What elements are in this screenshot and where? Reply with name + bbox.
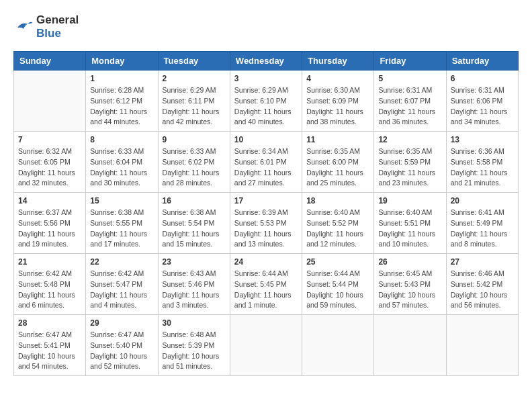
- day-number: 9: [163, 135, 226, 144]
- calendar-cell: 8 Sunrise: 6:33 AMSunset: 6:04 PMDayligh…: [86, 132, 158, 193]
- calendar-cell: 19 Sunrise: 6:40 AMSunset: 5:51 PMDaylig…: [374, 193, 446, 254]
- calendar-cell: 13 Sunrise: 6:36 AMSunset: 5:58 PMDaylig…: [446, 132, 518, 193]
- day-info: Sunrise: 6:47 AMSunset: 5:41 PMDaylight:…: [18, 330, 81, 372]
- day-info: Sunrise: 6:35 AMSunset: 5:59 PMDaylight:…: [378, 146, 441, 189]
- day-number: 28: [18, 318, 81, 328]
- calendar-cell: 29 Sunrise: 6:47 AMSunset: 5:40 PMDaylig…: [86, 315, 158, 376]
- day-header: Thursday: [302, 52, 374, 71]
- day-info: Sunrise: 6:30 AMSunset: 6:09 PMDaylight:…: [306, 85, 369, 128]
- calendar-cell: 24 Sunrise: 6:44 AMSunset: 5:45 PMDaylig…: [230, 254, 302, 315]
- day-number: 30: [163, 318, 226, 328]
- day-info: Sunrise: 6:41 AMSunset: 5:49 PMDaylight:…: [451, 208, 514, 250]
- day-number: 14: [18, 196, 81, 205]
- day-number: 20: [451, 196, 514, 205]
- page-header: General Blue: [13, 13, 519, 40]
- day-info: Sunrise: 6:40 AMSunset: 5:52 PMDaylight:…: [306, 208, 369, 250]
- day-info: Sunrise: 6:43 AMSunset: 5:46 PMDaylight:…: [163, 269, 226, 311]
- day-header: Wednesday: [230, 52, 302, 71]
- calendar-cell: 23 Sunrise: 6:43 AMSunset: 5:46 PMDaylig…: [158, 254, 230, 315]
- calendar-cell: 27 Sunrise: 6:46 AMSunset: 5:42 PMDaylig…: [446, 254, 518, 315]
- day-info: Sunrise: 6:42 AMSunset: 5:47 PMDaylight:…: [90, 269, 153, 311]
- calendar-cell: 1 Sunrise: 6:28 AMSunset: 6:12 PMDayligh…: [86, 71, 158, 132]
- day-info: Sunrise: 6:48 AMSunset: 5:39 PMDaylight:…: [163, 330, 226, 372]
- day-info: Sunrise: 6:38 AMSunset: 5:54 PMDaylight:…: [163, 208, 226, 250]
- day-number: 26: [378, 257, 441, 267]
- day-number: 23: [163, 257, 226, 267]
- calendar-cell: 2 Sunrise: 6:29 AMSunset: 6:11 PMDayligh…: [158, 71, 230, 132]
- day-info: Sunrise: 6:46 AMSunset: 5:42 PMDaylight:…: [451, 269, 514, 311]
- day-number: 7: [18, 135, 81, 144]
- day-header: Sunday: [14, 52, 86, 71]
- calendar-cell: 7 Sunrise: 6:32 AMSunset: 6:05 PMDayligh…: [14, 132, 86, 193]
- calendar-cell: 9 Sunrise: 6:33 AMSunset: 6:02 PMDayligh…: [158, 132, 230, 193]
- day-info: Sunrise: 6:44 AMSunset: 5:44 PMDaylight:…: [306, 269, 369, 311]
- day-info: Sunrise: 6:29 AMSunset: 6:11 PMDaylight:…: [163, 85, 226, 128]
- calendar-cell: 14 Sunrise: 6:37 AMSunset: 5:56 PMDaylig…: [14, 193, 86, 254]
- day-info: Sunrise: 6:44 AMSunset: 5:45 PMDaylight:…: [234, 269, 298, 311]
- day-header: Saturday: [446, 52, 518, 71]
- day-info: Sunrise: 6:45 AMSunset: 5:43 PMDaylight:…: [378, 269, 441, 311]
- day-info: Sunrise: 6:29 AMSunset: 6:10 PMDaylight:…: [234, 85, 298, 128]
- calendar-cell: [14, 71, 86, 132]
- calendar-cell: 16 Sunrise: 6:38 AMSunset: 5:54 PMDaylig…: [158, 193, 230, 254]
- calendar-cell: 18 Sunrise: 6:40 AMSunset: 5:52 PMDaylig…: [302, 193, 374, 254]
- day-number: 10: [234, 135, 298, 144]
- calendar-cell: 26 Sunrise: 6:45 AMSunset: 5:43 PMDaylig…: [374, 254, 446, 315]
- calendar-cell: 28 Sunrise: 6:47 AMSunset: 5:41 PMDaylig…: [14, 315, 86, 376]
- day-info: Sunrise: 6:37 AMSunset: 5:56 PMDaylight:…: [18, 208, 81, 250]
- calendar-table: SundayMondayTuesdayWednesdayThursdayFrid…: [13, 51, 519, 376]
- day-header: Tuesday: [158, 52, 230, 71]
- day-info: Sunrise: 6:28 AMSunset: 6:12 PMDaylight:…: [90, 85, 153, 128]
- calendar-cell: 5 Sunrise: 6:31 AMSunset: 6:07 PMDayligh…: [374, 71, 446, 132]
- day-number: 18: [306, 196, 369, 205]
- logo-icon: [13, 17, 34, 37]
- day-info: Sunrise: 6:36 AMSunset: 5:58 PMDaylight:…: [451, 146, 514, 189]
- day-info: Sunrise: 6:34 AMSunset: 6:01 PMDaylight:…: [234, 146, 298, 189]
- day-number: 12: [378, 135, 441, 144]
- day-number: 17: [234, 196, 298, 205]
- day-info: Sunrise: 6:38 AMSunset: 5:55 PMDaylight:…: [90, 208, 153, 250]
- day-info: Sunrise: 6:33 AMSunset: 6:02 PMDaylight:…: [163, 146, 226, 189]
- calendar-cell: 15 Sunrise: 6:38 AMSunset: 5:55 PMDaylig…: [86, 193, 158, 254]
- day-info: Sunrise: 6:35 AMSunset: 6:00 PMDaylight:…: [306, 146, 369, 189]
- calendar-cell: 17 Sunrise: 6:39 AMSunset: 5:53 PMDaylig…: [230, 193, 302, 254]
- day-number: 24: [234, 257, 298, 267]
- day-number: 5: [378, 74, 441, 83]
- calendar-cell: 4 Sunrise: 6:30 AMSunset: 6:09 PMDayligh…: [302, 71, 374, 132]
- day-number: 13: [451, 135, 514, 144]
- calendar-cell: 11 Sunrise: 6:35 AMSunset: 6:00 PMDaylig…: [302, 132, 374, 193]
- calendar-cell: 20 Sunrise: 6:41 AMSunset: 5:49 PMDaylig…: [446, 193, 518, 254]
- day-info: Sunrise: 6:39 AMSunset: 5:53 PMDaylight:…: [234, 208, 298, 250]
- day-number: 22: [90, 257, 153, 267]
- day-number: 29: [90, 318, 153, 328]
- day-number: 3: [234, 74, 298, 83]
- day-number: 6: [451, 74, 514, 83]
- day-number: 21: [18, 257, 81, 267]
- day-info: Sunrise: 6:42 AMSunset: 5:48 PMDaylight:…: [18, 269, 81, 311]
- day-number: 15: [90, 196, 153, 205]
- day-number: 1: [90, 74, 153, 83]
- day-number: 11: [306, 135, 369, 144]
- day-info: Sunrise: 6:32 AMSunset: 6:05 PMDaylight:…: [18, 146, 81, 189]
- day-header: Friday: [374, 52, 446, 71]
- day-number: 8: [90, 135, 153, 144]
- day-info: Sunrise: 6:33 AMSunset: 6:04 PMDaylight:…: [90, 146, 153, 189]
- day-number: 25: [306, 257, 369, 267]
- calendar-cell: 12 Sunrise: 6:35 AMSunset: 5:59 PMDaylig…: [374, 132, 446, 193]
- day-info: Sunrise: 6:47 AMSunset: 5:40 PMDaylight:…: [90, 330, 153, 372]
- calendar-cell: 10 Sunrise: 6:34 AMSunset: 6:01 PMDaylig…: [230, 132, 302, 193]
- day-number: 19: [378, 196, 441, 205]
- calendar-cell: 25 Sunrise: 6:44 AMSunset: 5:44 PMDaylig…: [302, 254, 374, 315]
- calendar-cell: [230, 315, 302, 376]
- calendar-cell: [302, 315, 374, 376]
- calendar-cell: 22 Sunrise: 6:42 AMSunset: 5:47 PMDaylig…: [86, 254, 158, 315]
- calendar-cell: 30 Sunrise: 6:48 AMSunset: 5:39 PMDaylig…: [158, 315, 230, 376]
- day-number: 4: [306, 74, 369, 83]
- day-info: Sunrise: 6:31 AMSunset: 6:07 PMDaylight:…: [378, 85, 441, 128]
- day-number: 27: [451, 257, 514, 267]
- day-number: 16: [163, 196, 226, 205]
- day-info: Sunrise: 6:40 AMSunset: 5:51 PMDaylight:…: [378, 208, 441, 250]
- calendar-cell: [446, 315, 518, 376]
- calendar-cell: 3 Sunrise: 6:29 AMSunset: 6:10 PMDayligh…: [230, 71, 302, 132]
- logo-text: General Blue: [36, 13, 79, 40]
